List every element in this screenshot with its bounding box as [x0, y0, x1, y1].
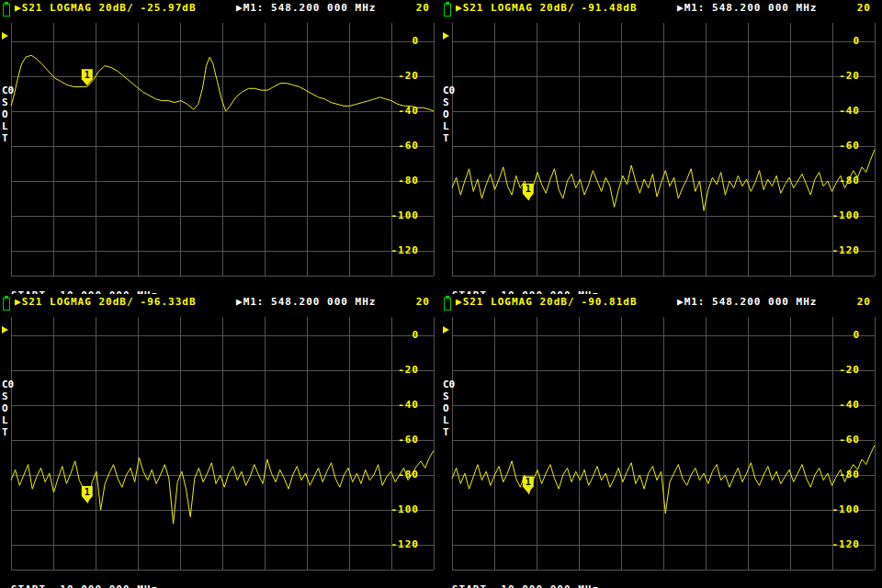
sweep-footer: START 10.000 000 MHz 201p 2x AVG STOP 3.…: [441, 277, 882, 292]
marker-readout: ▶M1: 548.200 000 MHz: [677, 2, 817, 14]
vna-panel-top-right[interactable]: 1 ▶S21 LOGMAG 20dB/-91.48dB ▶M1: 548.200…: [441, 0, 882, 294]
sweep-footer: START 10.000 000 MHz 201p 2x AVG STOP 3.…: [441, 571, 882, 586]
trace-marker-value: -25.97dB: [141, 2, 197, 14]
cal-status-item: L: [443, 120, 455, 132]
battery-icon: [442, 295, 453, 311]
active-trace-arrow-icon: ▶: [15, 296, 22, 308]
grid: [11, 317, 434, 570]
vna-panel-bottom-left[interactable]: 1 ▶S21 LOGMAG 20dB/-96.33dB ▶M1: 548.200…: [0, 294, 441, 588]
panel-header: ▶S21 LOGMAG 20dB/-90.81dB ▶M1: 548.200 0…: [441, 294, 882, 312]
scale-top-label: 20: [416, 296, 430, 308]
start-freq-label: START 10.000 000 MHz: [11, 583, 158, 588]
cal-status-item: S: [2, 390, 14, 402]
cal-status-item: O: [2, 402, 14, 414]
cal-status: C0SOLT: [443, 85, 455, 144]
vna-panel-bottom-right[interactable]: 1 ▶S21 LOGMAG 20dB/-90.81dB ▶M1: 548.200…: [441, 294, 882, 588]
cal-status: C0SOLT: [2, 379, 14, 438]
panel-header: ▶S21 LOGMAG 20dB/-25.97dB ▶M1: 548.200 0…: [0, 0, 441, 18]
battery-icon: [442, 1, 453, 17]
cal-status-item: L: [2, 120, 14, 132]
cal-status-item: S: [2, 96, 14, 108]
marker-readout: ▶M1: 548.200 000 MHz: [236, 2, 376, 14]
grid: [452, 23, 875, 276]
active-trace-arrow-icon: ▶: [15, 2, 22, 14]
cal-status-item: C0: [2, 85, 14, 96]
trace-format-label: S21 LOGMAG 20dB/: [22, 2, 134, 14]
active-trace-arrow-icon: ▶: [456, 296, 463, 308]
marker-readout: ▶M1: 548.200 000 MHz: [677, 296, 817, 308]
marker-arrow-icon: ▶: [677, 296, 684, 308]
active-trace-arrow-icon: ▶: [456, 2, 463, 14]
sweep-footer: START 10.000 000 MHz 201p 2x AVG STOP 3.…: [0, 277, 441, 292]
trace-label: ▶S21 LOGMAG 20dB/-25.97dB: [15, 2, 197, 14]
cal-status-item: C0: [443, 85, 455, 96]
scale-top-label: 20: [416, 2, 430, 14]
marker-readout-text: M1: 548.200 000 MHz: [684, 296, 818, 308]
cal-status-item: T: [2, 426, 14, 438]
cal-status: C0SOLT: [2, 85, 14, 144]
vna-panel-top-left[interactable]: 1 ▶S21 LOGMAG 20dB/-25.97dB ▶M1: 548.200…: [0, 0, 441, 294]
cal-status-item: O: [443, 108, 455, 120]
marker-number: 1: [526, 184, 531, 194]
battery-icon: [1, 1, 12, 17]
grid: [11, 23, 434, 276]
trace-marker-value: -96.33dB: [141, 296, 197, 308]
scale-top-label: 20: [857, 296, 871, 308]
cal-status-item: C0: [443, 379, 455, 390]
cal-status-item: L: [443, 414, 455, 426]
trace-format-label: S21 LOGMAG 20dB/: [22, 296, 134, 308]
cal-status-item: T: [443, 426, 455, 438]
panel-header: ▶S21 LOGMAG 20dB/-91.48dB ▶M1: 548.200 0…: [441, 0, 882, 18]
marker-readout-text: M1: 548.200 000 MHz: [243, 2, 377, 14]
marker-arrow-icon: ▶: [677, 2, 684, 14]
scale-top-label: 20: [857, 2, 871, 14]
s21-plot: 1: [0, 0, 441, 294]
s21-plot: 1: [0, 294, 441, 588]
trace-format-label: S21 LOGMAG 20dB/: [463, 2, 575, 14]
start-freq-label: START 10.000 000 MHz: [452, 583, 599, 588]
marker-number: 1: [85, 70, 90, 80]
marker-arrow-icon: ▶: [236, 296, 243, 308]
marker-number: 1: [526, 477, 531, 487]
trace-label: ▶S21 LOGMAG 20dB/-96.33dB: [15, 296, 197, 308]
marker-readout-text: M1: 548.200 000 MHz: [243, 296, 377, 308]
cal-status: C0SOLT: [443, 379, 455, 438]
cal-status-item: O: [2, 108, 14, 120]
trace-label: ▶S21 LOGMAG 20dB/-90.81dB: [456, 296, 638, 308]
cal-status-item: T: [443, 132, 455, 144]
cal-status-item: S: [443, 390, 455, 402]
cal-status-item: C0: [2, 379, 14, 390]
cal-status-item: O: [443, 402, 455, 414]
cal-status-item: S: [443, 96, 455, 108]
cal-status-item: T: [2, 132, 14, 144]
trace-label: ▶S21 LOGMAG 20dB/-91.48dB: [456, 2, 638, 14]
trace-format-label: S21 LOGMAG 20dB/: [463, 296, 575, 308]
trace-marker-value: -91.48dB: [582, 2, 638, 14]
marker-readout-text: M1: 548.200 000 MHz: [684, 2, 818, 14]
grid: [452, 317, 875, 570]
s21-plot: 1: [441, 294, 882, 588]
sweep-footer: START 10.000 000 MHz 201p 2x AVG STOP 3.…: [0, 571, 441, 586]
panel-header: ▶S21 LOGMAG 20dB/-96.33dB ▶M1: 548.200 0…: [0, 294, 441, 312]
trace-marker-value: -90.81dB: [582, 296, 638, 308]
s21-plot: 1: [441, 0, 882, 294]
marker-arrow-icon: ▶: [236, 2, 243, 14]
marker-number: 1: [85, 487, 90, 497]
battery-icon: [1, 295, 12, 311]
vna-quad-screen: 1 ▶S21 LOGMAG 20dB/-25.97dB ▶M1: 548.200…: [0, 0, 882, 588]
cal-status-item: L: [2, 414, 14, 426]
marker-readout: ▶M1: 548.200 000 MHz: [236, 296, 376, 308]
